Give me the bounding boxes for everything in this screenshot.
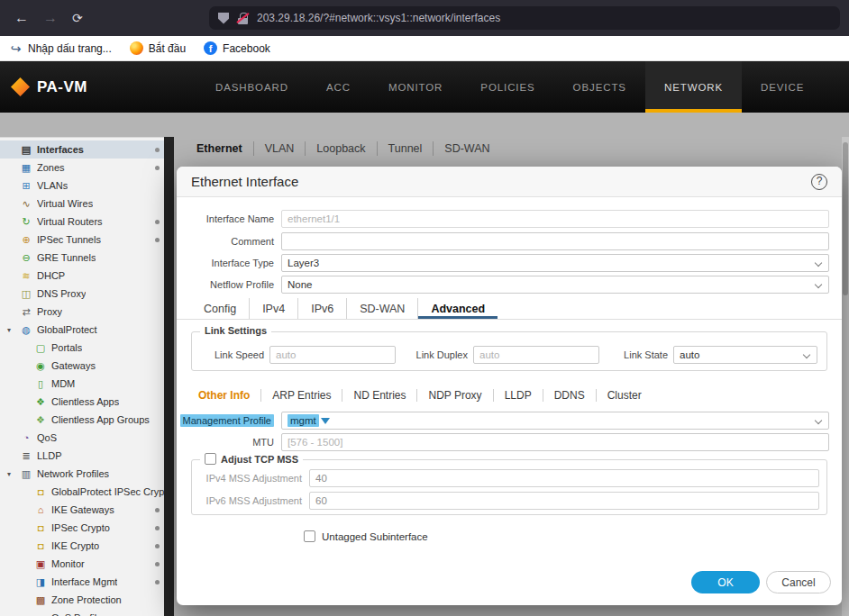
sidebar-splitter[interactable] [164, 137, 174, 616]
nav-item-objects[interactable]: OBJECTS [554, 61, 645, 113]
adjust-tcp-mss-checkbox[interactable] [205, 453, 216, 465]
netflow-profile-label: Netflow Profile [177, 279, 274, 290]
mtu-input[interactable]: [576 - 1500] [281, 433, 829, 451]
link-speed-input[interactable]: auto [269, 346, 396, 364]
sidebar-item-dns-proxy[interactable]: ◫DNS Proxy [0, 285, 164, 303]
sidebar-item-ipsec-crypto[interactable]: ◘IPSec Crypto [0, 519, 164, 537]
zones-icon: ▦ [20, 162, 32, 174]
sidebar-item-virtual-routers[interactable]: ↻Virtual Routers [0, 213, 164, 231]
ipv4-mss-input[interactable]: 40 [309, 469, 819, 487]
url-text[interactable]: 203.29.18.26/?#network::vsys1::network/i… [257, 12, 500, 24]
app-header: PA-VM DASHBOARDACCMONITORPOLICIESOBJECTS… [0, 61, 849, 113]
insecure-lock-icon[interactable] [237, 13, 249, 24]
nav-item-monitor[interactable]: MONITOR [370, 61, 461, 113]
sidebar-item-network-profiles[interactable]: ▾▥Network Profiles [0, 465, 164, 483]
comment-input[interactable] [281, 232, 829, 250]
dialog-tab-config[interactable]: Config [191, 298, 249, 319]
sidebar-item-label: GlobalProtect IPSec Crypto [51, 486, 164, 497]
sidebar-item-ike-gateways[interactable]: ⌂IKE Gateways [0, 501, 164, 519]
bookmark-facebook[interactable]: Facebook [204, 41, 270, 55]
help-icon[interactable]: ? [811, 174, 827, 190]
dialog-tab-advanced[interactable]: Advanced [417, 298, 498, 319]
content-tab-tunnel[interactable]: Tunnel [377, 141, 434, 156]
sidebar-item-zones[interactable]: ▦Zones [0, 159, 164, 177]
sidebar-item-monitor[interactable]: ▣Monitor [0, 555, 164, 573]
bookmark-b-t-u[interactable]: Bắt đầu [130, 41, 186, 55]
sidebar-item-gateways[interactable]: ◉Gateways [0, 357, 164, 375]
subtab-arp-entries[interactable]: ARP Entries [260, 389, 342, 402]
scrollbar-thumb[interactable] [843, 142, 848, 295]
sidebar-item-interfaces[interactable]: ▤Interfaces [0, 140, 164, 159]
nav-item-acc[interactable]: ACC [307, 61, 370, 113]
sidebar-item-ike-crypto[interactable]: ◘IKE Crypto [0, 537, 164, 555]
dhcp-icon: ≋ [20, 270, 32, 282]
ok-button[interactable]: OK [691, 571, 760, 593]
sidebar-item-label: Network Profiles [37, 468, 109, 479]
nav-item-policies[interactable]: POLICIES [461, 61, 553, 113]
facebook-icon [204, 41, 217, 55]
ipv6-mss-input[interactable]: 60 [309, 492, 819, 510]
link-duplex-input[interactable]: auto [473, 346, 599, 364]
subtab-nd-entries[interactable]: ND Entries [342, 389, 416, 402]
sidebar-item-globalprotect[interactable]: ▾◍GlobalProtect [0, 321, 164, 339]
nav-item-network[interactable]: NETWORK [645, 61, 742, 113]
sidebar-item-clientless-apps[interactable]: ❖Clientless Apps [0, 393, 164, 411]
management-profile-select[interactable]: mgmt [281, 412, 829, 430]
sidebar-item-ipsec-tunnels[interactable]: ⊕IPSec Tunnels [0, 231, 164, 249]
sidebar-item-label: Interfaces [37, 144, 84, 155]
sidebar-item-label: GlobalProtect [37, 324, 97, 335]
link-state-select[interactable]: auto [673, 346, 817, 364]
sidebar-item-mdm[interactable]: ▯MDM [0, 375, 164, 393]
nav-item-device[interactable]: DEVICE [742, 61, 823, 113]
item-dot [155, 562, 160, 566]
sidebar-item-interface-mgmt[interactable]: ◨Interface Mgmt [0, 573, 164, 591]
subtab-ddns[interactable]: DDNS [543, 389, 596, 402]
subtab-other-info[interactable]: Other Info [191, 389, 260, 402]
dialog-tabs: ConfigIPv4IPv6SD-WANAdvanced [177, 298, 842, 320]
sidebar-item-globalprotect-ipsec-crypto[interactable]: ◘GlobalProtect IPSec Crypto [0, 483, 164, 501]
content-tab-ethernet[interactable]: Ethernet [196, 141, 253, 156]
content-tabs: EthernetVLANLoopbackTunnelSD-WAN [196, 141, 501, 156]
forward-icon[interactable]: → [43, 10, 58, 26]
address-bar[interactable]: 203.29.18.26/?#network::vsys1::network/i… [209, 6, 840, 30]
subtab-cluster[interactable]: Cluster [596, 389, 653, 402]
page-scrollbar[interactable] [842, 137, 849, 616]
sidebar-item-portals[interactable]: ▢Portals [0, 339, 164, 357]
content-tab-sd-wan[interactable]: SD-WAN [433, 141, 500, 156]
bookmark-nh-p-d-u-trang[interactable]: Nhập dấu trang... [9, 41, 112, 55]
sidebar-item-virtual-wires[interactable]: ∿Virtual Wires [0, 195, 164, 213]
content-tab-vlan[interactable]: VLAN [253, 141, 306, 156]
sidebar-item-qos-profile[interactable]: ◕QoS Profile [0, 609, 164, 616]
cancel-button[interactable]: Cancel [766, 571, 831, 593]
ipsec-crypto-icon: ◘ [34, 522, 47, 533]
chevron-down-icon[interactable] [803, 350, 810, 358]
sidebar-item-gre-tunnels[interactable]: ⊖GRE Tunnels [0, 249, 164, 267]
dialog-tab-ipv4[interactable]: IPv4 [249, 298, 297, 319]
dialog-tab-sd-wan[interactable]: SD-WAN [346, 298, 417, 319]
chevron-down-icon[interactable] [815, 259, 822, 267]
back-icon[interactable]: ← [14, 10, 29, 26]
sidebar-item-qos[interactable]: ◔QoS [0, 429, 164, 447]
chevron-down-icon[interactable] [815, 281, 822, 288]
interface-type-select[interactable]: Layer3 [281, 254, 829, 272]
sidebar-item-vlans[interactable]: ⊞VLANs [0, 177, 164, 195]
sidebar-item-zone-protection[interactable]: ▩Zone Protection [0, 591, 164, 609]
sidebar-item-clientless-app-groups[interactable]: ❖Clientless App Groups [0, 411, 164, 429]
dialog-tab-ipv6[interactable]: IPv6 [297, 298, 346, 319]
sidebar-item-label: DHCP [37, 270, 65, 281]
subtab-lldp[interactable]: LLDP [493, 389, 543, 402]
netflow-profile-select[interactable]: None [281, 276, 829, 294]
tracking-protection-shield-icon[interactable] [218, 13, 229, 24]
nav-item-dashboard[interactable]: DASHBOARD [196, 61, 307, 113]
subtab-ndp-proxy[interactable]: NDP Proxy [416, 389, 492, 402]
interface-name-input[interactable]: ethernet1/1 [281, 210, 829, 228]
sidebar-item-proxy[interactable]: ⇄Proxy [0, 303, 164, 321]
content-tab-loopback[interactable]: Loopback [305, 141, 376, 156]
reload-icon[interactable]: ⟳ [72, 11, 83, 25]
sidebar-item-dhcp[interactable]: ≋DHCP [0, 267, 164, 285]
sidebar-item-lldp[interactable]: ≣LLDP [0, 447, 164, 465]
untagged-subinterface-checkbox[interactable] [304, 530, 315, 542]
ipsec-tunnels-icon: ⊕ [20, 234, 32, 246]
sidebar-item-label: IPSec Tunnels [37, 234, 101, 245]
chevron-down-icon[interactable] [815, 417, 822, 424]
